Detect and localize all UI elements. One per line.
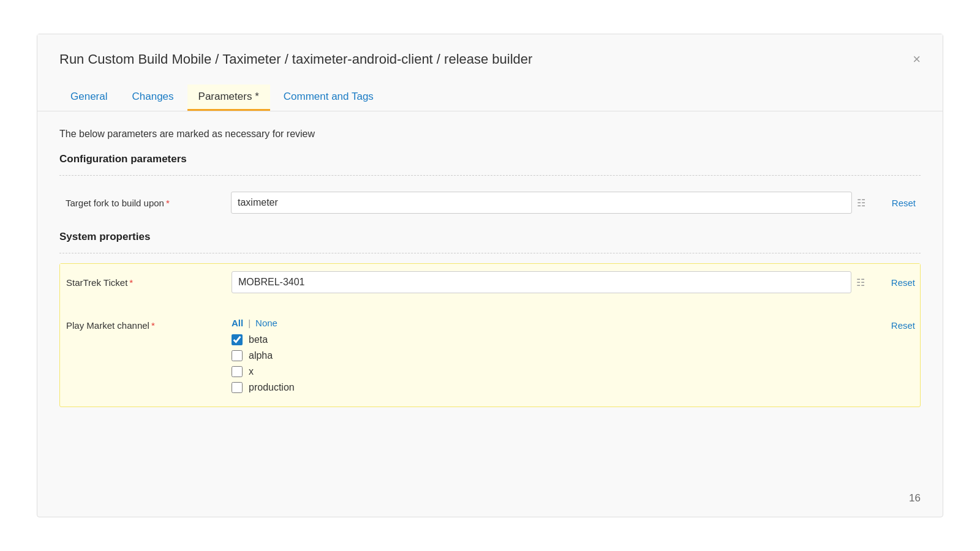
dialog-container: Run Custom Build Mobile / Taximeter / ta… [37, 34, 943, 517]
list-icon[interactable]: ☷ [857, 197, 865, 209]
channel-reset-col: Reset [865, 318, 920, 333]
channel-x-label: x [249, 366, 254, 377]
tab-general[interactable]: General [59, 84, 118, 111]
channel-alpha-item[interactable]: alpha [232, 350, 865, 361]
channel-beta-checkbox[interactable] [232, 334, 243, 345]
startrek-ticket-reset-button[interactable]: Reset [886, 275, 920, 290]
channel-x-checkbox[interactable] [232, 366, 243, 377]
system-divider [59, 253, 921, 253]
target-fork-input[interactable] [231, 192, 852, 214]
channel-production-checkbox[interactable] [232, 382, 243, 393]
config-divider [59, 175, 921, 176]
channel-beta-label: beta [249, 334, 268, 345]
channel-all-link[interactable]: All [232, 318, 243, 328]
close-button[interactable]: × [913, 53, 921, 66]
info-text: The below parameters are marked as neces… [59, 129, 921, 140]
channel-reset-button[interactable]: Reset [886, 318, 920, 333]
channel-production-label: production [249, 382, 295, 393]
channel-links: All | None [232, 318, 865, 328]
dialog-title: Run Custom Build Mobile / Taximeter / ta… [59, 51, 532, 67]
play-market-channel-label: Play Market channel* [60, 318, 232, 331]
target-fork-row: Target fork to build upon* ☷ Reset [59, 186, 921, 220]
startrek-ticket-label: StarTrek Ticket* [60, 277, 232, 288]
required-star: * [166, 198, 170, 208]
page-number: 16 [909, 492, 921, 504]
tab-parameters-content: The below parameters are marked as neces… [37, 111, 943, 429]
tab-changes[interactable]: Changes [121, 84, 184, 111]
play-market-channel-row: Play Market channel* All | None beta [60, 312, 920, 407]
config-params-section: Configuration parameters Target fork to … [59, 153, 921, 220]
required-star-startrek: * [129, 277, 133, 288]
channel-alpha-label: alpha [249, 350, 273, 361]
startrek-list-icon[interactable]: ☷ [856, 277, 865, 288]
channel-alpha-checkbox[interactable] [232, 350, 243, 361]
system-props-title: System properties [59, 231, 921, 243]
target-fork-reset-col: Reset [865, 195, 921, 211]
required-star-channel: * [151, 320, 155, 331]
startrek-reset-col: Reset [865, 275, 920, 290]
target-fork-reset-button[interactable]: Reset [887, 195, 921, 211]
system-props-section: System properties StarTrek Ticket* ☷ Res… [59, 231, 921, 407]
tabs-bar: General Changes Parameters * Comment and… [37, 84, 943, 111]
tab-comment-and-tags[interactable]: Comment and Tags [273, 84, 385, 111]
startrek-ticket-row: StarTrek Ticket* ☷ Reset [60, 264, 920, 301]
tab-parameters[interactable]: Parameters * [187, 84, 270, 111]
target-fork-label: Target fork to build upon* [59, 198, 231, 208]
channel-beta-item[interactable]: beta [232, 334, 865, 345]
channel-controls: All | None beta alpha [232, 318, 865, 398]
startrek-ticket-input-wrap: ☷ [232, 271, 865, 293]
channel-production-item[interactable]: production [232, 382, 865, 393]
dialog-header: Run Custom Build Mobile / Taximeter / ta… [37, 34, 943, 82]
channel-separator: | [248, 318, 251, 328]
channel-x-item[interactable]: x [232, 366, 865, 377]
config-params-title: Configuration parameters [59, 153, 921, 165]
startrek-ticket-input[interactable] [232, 271, 851, 293]
target-fork-input-wrap: ☷ [231, 192, 865, 214]
channel-none-link[interactable]: None [255, 318, 277, 328]
